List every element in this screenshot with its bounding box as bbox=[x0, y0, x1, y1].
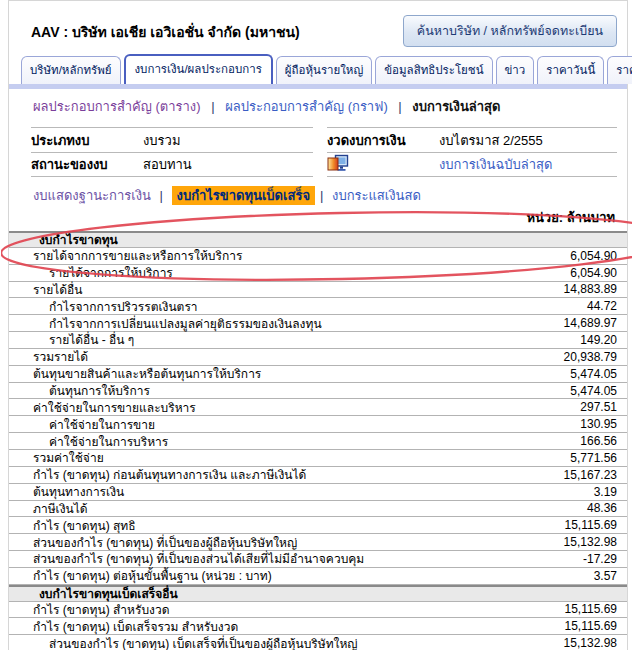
tab-news[interactable]: ข่าว bbox=[496, 56, 535, 84]
info-row-latest-link: งบการเงินฉบับล่าสุด bbox=[327, 152, 617, 177]
statement-type-value: งบรวม bbox=[143, 130, 180, 151]
row-value: -17.29 bbox=[583, 552, 617, 566]
row-value: 15,132.98 bbox=[564, 535, 617, 549]
tab-financials[interactable]: งบการเงิน/ผลประกอบการ bbox=[124, 54, 273, 84]
row-value: 3.57 bbox=[594, 569, 617, 583]
row-value: 6,054.90 bbox=[570, 249, 617, 263]
subnav-key-results-graph[interactable]: ผลประกอบการสำคัญ (กราฟ) bbox=[225, 99, 388, 114]
row-value: 6,054.90 bbox=[570, 266, 617, 280]
row-value: 14,689.97 bbox=[564, 316, 617, 330]
tab-historical-price[interactable]: ราคาย้อนหลัง bbox=[607, 56, 632, 84]
row-value: 15,115.69 bbox=[565, 602, 618, 616]
info-left-column: ประเภทงบ งบรวม สถานะของงบ สอบทาน bbox=[31, 127, 313, 177]
sub-navigation: ผลประกอบการสำคัญ (ตาราง) | ผลประกอบการสำ… bbox=[9, 89, 627, 123]
table-row: กำไร (ขาดทุน) ต่อหุ้นขั้นพื้นฐาน (หน่วย … bbox=[9, 568, 627, 585]
statement-tab-income-statement[interactable]: งบกำไรขาดทุนเบ็ดเสร็จ bbox=[172, 186, 316, 205]
row-value: 15,167.23 bbox=[564, 468, 617, 482]
unit-label: หน่วย: ล้านบาท bbox=[9, 207, 627, 228]
statement-tab-bar: งบแสดงฐานะการเงิน | งบกำไรขาดทุนเบ็ดเสร็… bbox=[9, 177, 627, 206]
separator: | bbox=[391, 99, 408, 114]
tab-rights-info[interactable]: ข้อมูลสิทธิประโยชน์ bbox=[375, 56, 492, 84]
subnav-key-results-table[interactable]: ผลประกอบการสำคัญ (ตาราง) bbox=[33, 99, 201, 114]
row-value: 5,474.05 bbox=[570, 384, 617, 398]
tab-major-shareholders[interactable]: ผู้ถือหุ้นรายใหญ่ bbox=[276, 56, 372, 84]
row-value: 5,474.05 bbox=[570, 367, 617, 381]
statement-period-value: งบไตรมาส 2/2555 bbox=[439, 130, 543, 151]
main-tab-bar: บริษัท/หลักทรัพย์ งบการเงิน/ผลประกอบการ … bbox=[9, 57, 627, 84]
separator: | bbox=[155, 188, 168, 203]
separator: | bbox=[204, 99, 221, 114]
row-value: 3.19 bbox=[594, 485, 617, 499]
info-row-type: ประเภทงบ งบรวม bbox=[31, 127, 313, 152]
income-statement-table: งบกำไรขาดทุนรายได้จากการขายและหรือการให้… bbox=[9, 231, 627, 650]
row-label: กำไร (ขาดทุน) ต่อหุ้นขั้นพื้นฐาน (หน่วย … bbox=[33, 566, 272, 585]
row-value: 130.95 bbox=[580, 417, 617, 431]
table-row: รายได้อื่น - อื่น ๆ149.20 bbox=[9, 332, 627, 349]
info-row-period: งวดงบการเงิน งบไตรมาส 2/2555 bbox=[327, 127, 617, 152]
statement-status-value: สอบทาน bbox=[143, 154, 192, 175]
statement-type-label: ประเภทงบ bbox=[31, 130, 143, 151]
page-container: AAV : บริษัท เอเชีย เอวิเอชั่น จำกัด (มห… bbox=[8, 0, 628, 650]
row-label: ส่วนของกำไร (ขาดทุน) เบ็ดเสร็จที่เป็นของ… bbox=[49, 634, 358, 650]
table-row: ต้นทุนทางการเงิน3.19 bbox=[9, 484, 627, 501]
tab-company[interactable]: บริษัท/หลักทรัพย์ bbox=[21, 56, 121, 84]
statement-tab-balance-sheet[interactable]: งบแสดงฐานะการเงิน bbox=[33, 188, 151, 203]
search-company-button[interactable]: ค้นหาบริษัท / หลักทรัพย์จดทะเบียน bbox=[403, 15, 617, 47]
separator: | bbox=[315, 188, 328, 203]
statement-period-label: งวดงบการเงิน bbox=[327, 130, 439, 151]
financial-statement-download-icon[interactable] bbox=[327, 154, 351, 175]
table-row: รายได้จากการให้บริการ6,054.90 bbox=[9, 265, 627, 282]
tab-today-price[interactable]: ราคาวันนี้ bbox=[537, 56, 604, 84]
statement-tab-cash-flow[interactable]: งบกระแสเงินสด bbox=[332, 188, 421, 203]
statement-status-label: สถานะของงบ bbox=[31, 154, 143, 175]
row-value: 48.36 bbox=[587, 501, 617, 515]
latest-statement-link[interactable]: งบการเงินฉบับล่าสุด bbox=[439, 154, 552, 175]
row-value: 44.72 bbox=[587, 299, 617, 313]
row-value: 15,132.98 bbox=[564, 636, 617, 650]
info-right-column: งวดงบการเงิน งบไตรมาส 2/2555 bbox=[327, 127, 617, 177]
row-value: 20,938.79 bbox=[564, 350, 617, 364]
table-row: ส่วนของกำไร (ขาดทุน) เบ็ดเสร็จที่เป็นของ… bbox=[9, 635, 627, 650]
row-value: 149.20 bbox=[580, 333, 617, 347]
info-row-status: สถานะของงบ สอบทาน bbox=[31, 152, 313, 177]
page-title: AAV : บริษัท เอเชีย เอวิเอชั่น จำกัด (มห… bbox=[31, 21, 300, 43]
statement-info: ประเภทงบ งบรวม สถานะของงบ สอบทาน งวดงบกา… bbox=[9, 123, 627, 177]
row-value: 15,115.69 bbox=[565, 518, 618, 532]
row-value: 14,883.89 bbox=[564, 282, 617, 296]
row-value: 5,771.56 bbox=[570, 451, 617, 465]
row-value: 166.56 bbox=[580, 434, 617, 448]
row-value: 297.51 bbox=[580, 400, 617, 414]
row-value: 15,115.69 bbox=[565, 619, 618, 633]
subnav-latest-financials: งบการเงินล่าสุด bbox=[412, 99, 500, 114]
header: AAV : บริษัท เอเชีย เอวิเอชั่น จำกัด (มห… bbox=[9, 1, 627, 57]
